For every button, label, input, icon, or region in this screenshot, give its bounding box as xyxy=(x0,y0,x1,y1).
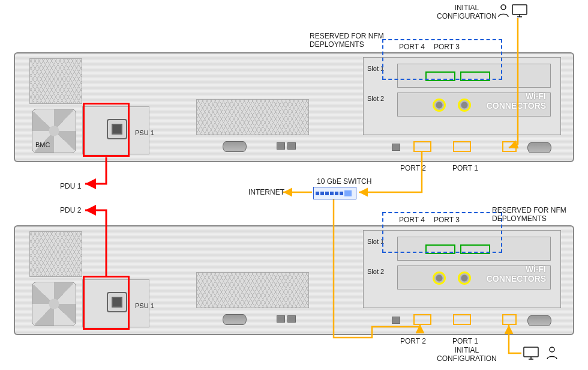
sma-connector-icon[interactable] xyxy=(458,99,471,112)
sma-connector-icon[interactable] xyxy=(458,271,471,285)
port4-label: PORT 4 xyxy=(399,216,425,224)
svg-rect-2 xyxy=(524,347,538,357)
rj45-port-2[interactable] xyxy=(413,314,431,325)
ilo-port[interactable] xyxy=(502,141,517,152)
psu-fan-icon xyxy=(32,282,76,326)
uid-port-icon xyxy=(392,144,400,151)
rj45-port-1[interactable] xyxy=(453,141,471,152)
port1-label: PORT 1 xyxy=(452,337,478,345)
wifi-connectors-label: Wi-FI CONNECTORS xyxy=(484,264,546,284)
slot-1-label: Slot 1 xyxy=(367,238,384,245)
vent-block xyxy=(29,231,82,277)
uid-port-icon xyxy=(392,317,400,324)
svg-point-3 xyxy=(550,347,554,352)
usb-port-icon xyxy=(287,142,296,150)
slot-2-label: Slot 2 xyxy=(367,268,384,275)
vent-block xyxy=(196,99,309,135)
rj45-port-1[interactable] xyxy=(453,314,471,325)
monitor-icon xyxy=(512,4,530,18)
port4-label: PORT 4 xyxy=(399,43,425,51)
psu-highlight xyxy=(83,103,130,157)
svg-rect-1 xyxy=(512,5,527,14)
port3-label: PORT 3 xyxy=(434,216,460,224)
internet-label: INTERNET xyxy=(248,188,284,196)
pdu2-label: PDU 2 xyxy=(60,206,81,214)
usb-port-icon xyxy=(277,142,285,150)
initial-config-label: INITIAL CONFIGURATION xyxy=(437,4,497,20)
rj45-port-2[interactable] xyxy=(413,141,431,152)
serial-port-icon xyxy=(223,141,247,152)
bmc-label: BMC xyxy=(35,141,50,148)
psu-label: PSU 1 xyxy=(135,302,154,309)
slot-2-label: Slot 2 xyxy=(367,95,384,102)
serial-port-icon xyxy=(223,314,247,325)
vga-port-icon xyxy=(527,315,551,326)
usb-port-icon xyxy=(277,315,285,323)
ilo-port[interactable] xyxy=(502,314,517,325)
port2-label: PORT 2 xyxy=(400,337,426,345)
sma-connector-icon[interactable] xyxy=(433,99,446,112)
monitor-icon xyxy=(523,346,541,360)
person-icon xyxy=(545,346,559,360)
wifi-connectors-label: Wi-FI CONNECTORS xyxy=(484,91,546,111)
usb-port-icon xyxy=(287,315,296,323)
vga-port-icon xyxy=(527,142,551,153)
slot-1-label: Slot 1 xyxy=(367,65,384,72)
switch-label: 10 GbE SWITCH xyxy=(317,177,371,186)
reserved-nfm-label: RESERVED FOR NFM DEPLOYMENTS xyxy=(492,206,566,223)
port3-label: PORT 3 xyxy=(434,43,460,51)
person-icon xyxy=(496,4,511,18)
psu-highlight xyxy=(83,276,130,330)
vent-block xyxy=(196,272,309,308)
sma-connector-icon[interactable] xyxy=(433,271,446,285)
svg-point-0 xyxy=(501,5,506,10)
reserved-nfm-label: RESERVED FOR NFM DEPLOYMENTS xyxy=(310,32,384,49)
vent-block xyxy=(29,58,82,104)
initial-config-label: INITIAL CONFIGURATION xyxy=(437,346,497,363)
network-switch-icon xyxy=(313,187,356,199)
psu-label: PSU 1 xyxy=(135,129,154,136)
pdu1-label: PDU 1 xyxy=(60,182,81,190)
port1-label: PORT 1 xyxy=(452,164,478,172)
port2-label: PORT 2 xyxy=(400,164,426,172)
